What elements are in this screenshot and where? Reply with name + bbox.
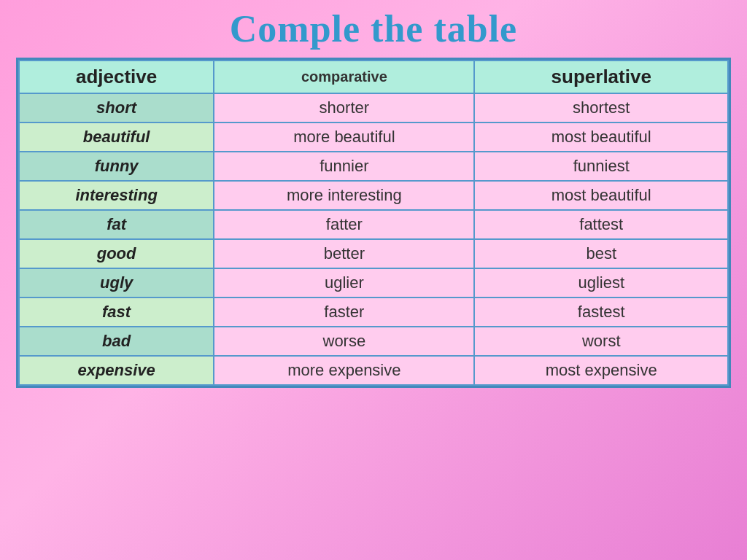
cell-adjective: good	[19, 239, 214, 268]
cell-adjective: fast	[19, 298, 214, 327]
cell-adjective: expensive	[19, 356, 214, 385]
cell-superlative: shortest	[474, 93, 728, 122]
cell-superlative: funniest	[474, 152, 728, 181]
cell-comparative: worse	[214, 327, 474, 356]
cell-superlative: best	[474, 239, 728, 268]
cell-superlative: most beautiful	[474, 181, 728, 210]
cell-adjective: bad	[19, 327, 214, 356]
table-row: funnyfunnierfunniest	[19, 152, 728, 181]
col-adjective: adjective	[19, 61, 214, 93]
table-row: goodbetterbest	[19, 239, 728, 268]
cell-adjective: interesting	[19, 181, 214, 210]
table-wrapper: adjective comparative superlative shorts…	[16, 58, 731, 388]
table-row: beautifulmore beautifulmost beautiful	[19, 122, 728, 152]
table-row: fastfasterfastest	[19, 298, 728, 327]
cell-superlative: worst	[474, 327, 728, 356]
cell-comparative: uglier	[214, 268, 474, 298]
page-title: Comple the table	[230, 7, 517, 50]
cell-superlative: most expensive	[474, 356, 728, 385]
cell-comparative: faster	[214, 298, 474, 327]
col-comparative: comparative	[214, 61, 474, 93]
col-superlative: superlative	[474, 61, 728, 93]
cell-superlative: ugliest	[474, 268, 728, 298]
table-body: shortshortershortestbeautifulmore beauti…	[19, 93, 728, 385]
adjectives-table: adjective comparative superlative shorts…	[18, 60, 729, 386]
cell-adjective: beautiful	[19, 122, 214, 152]
cell-superlative: most beautiful	[474, 122, 728, 152]
cell-comparative: better	[214, 239, 474, 268]
table-row: shortshortershortest	[19, 93, 728, 122]
cell-adjective: short	[19, 93, 214, 122]
cell-comparative: fatter	[214, 210, 474, 239]
cell-superlative: fattest	[474, 210, 728, 239]
cell-adjective: ugly	[19, 268, 214, 298]
table-row: interestingmore interestingmost beautifu…	[19, 181, 728, 210]
cell-comparative: shorter	[214, 93, 474, 122]
cell-comparative: funnier	[214, 152, 474, 181]
table-row: uglyuglierugliest	[19, 268, 728, 298]
cell-comparative: more expensive	[214, 356, 474, 385]
table-row: expensivemore expensivemost expensive	[19, 356, 728, 385]
table-row: fatfatterfattest	[19, 210, 728, 239]
cell-comparative: more interesting	[214, 181, 474, 210]
cell-comparative: more beautiful	[214, 122, 474, 152]
cell-adjective: fat	[19, 210, 214, 239]
cell-superlative: fastest	[474, 298, 728, 327]
cell-adjective: funny	[19, 152, 214, 181]
table-header-row: adjective comparative superlative	[19, 61, 728, 93]
table-row: badworseworst	[19, 327, 728, 356]
